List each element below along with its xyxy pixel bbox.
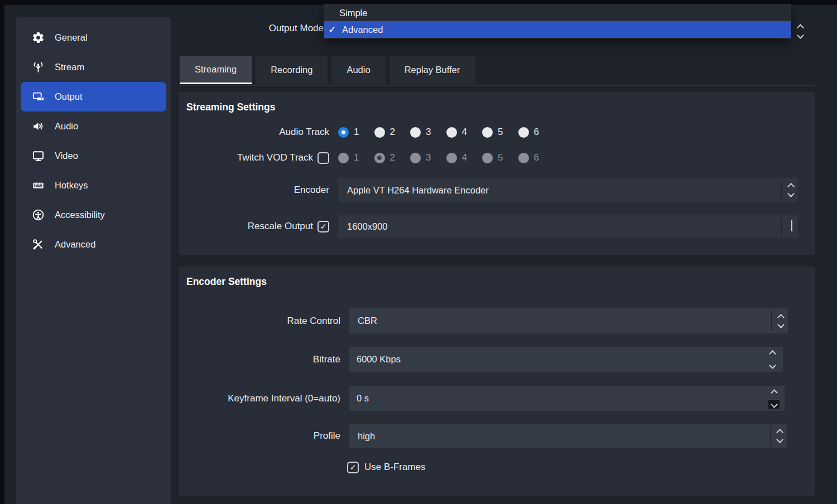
- check-icon: ✓: [320, 222, 327, 230]
- vod-track-radio-5: 5: [482, 152, 518, 163]
- radio-label: 6: [534, 127, 539, 138]
- radio-icon: [482, 153, 493, 163]
- keyframe-interval-value: 0 s: [357, 393, 369, 404]
- use-bframes-checkbox[interactable]: ✓: [347, 462, 359, 473]
- dropdown-separator: [781, 181, 782, 199]
- sidebar-item-label: Audio: [55, 121, 78, 132]
- sidebar-item-hotkeys[interactable]: Hotkeys: [21, 171, 166, 200]
- twitch-vod-checkbox[interactable]: [318, 152, 329, 164]
- stepper-arrows-icon: [777, 430, 782, 442]
- tabs-divider: [179, 85, 815, 86]
- tab-audio[interactable]: Audio: [331, 56, 385, 84]
- chevron-down-icon: [797, 32, 804, 39]
- vod-track-radio-4: 4: [446, 152, 483, 163]
- rescale-output-row: Rescale Output ✓ 1600x900: [186, 215, 815, 238]
- sidebar-item-accessibility[interactable]: Accessibility: [21, 200, 166, 230]
- twitch-vod-label-group: Twitch VOD Track: [186, 152, 329, 164]
- audio-track-radio-5[interactable]: 5: [482, 127, 518, 138]
- section-title: Streaming Settings: [186, 101, 815, 113]
- tab-label: Recording: [271, 65, 312, 75]
- radio-label: 1: [354, 152, 359, 163]
- sidebar-item-general[interactable]: General: [21, 23, 166, 52]
- use-bframes-label: Use B-Frames: [364, 462, 426, 473]
- check-icon: ✓: [350, 463, 357, 471]
- audio-track-radio-6[interactable]: 6: [518, 127, 555, 138]
- radio-icon: [338, 153, 349, 163]
- tab-streaming[interactable]: Streaming: [180, 56, 252, 84]
- rescale-resolution-value: 1600x900: [347, 221, 388, 232]
- window-frame-left: [0, 0, 4, 504]
- chevron-down-icon: [791, 220, 792, 230]
- radio-label: 3: [426, 152, 431, 163]
- dropdown-separator: [770, 427, 771, 445]
- output-mode-label: Output Mode: [167, 23, 324, 34]
- radio-icon: [374, 127, 385, 138]
- vod-track-radio-2: 2: [374, 152, 411, 163]
- rescale-label-group: Rescale Output ✓: [186, 221, 329, 232]
- radio-label: 4: [462, 152, 467, 163]
- radio-label: 2: [390, 127, 395, 138]
- radio-icon: [338, 127, 349, 138]
- audio-track-radio-group: 1 2 3 4 5 6: [338, 127, 554, 138]
- bitrate-label: Bitrate: [186, 354, 340, 365]
- spin-down-button[interactable]: [768, 400, 780, 409]
- tab-replay-buffer[interactable]: Replay Buffer: [389, 56, 475, 84]
- sidebar-item-stream[interactable]: Stream: [21, 52, 166, 82]
- radio-label: 6: [534, 152, 539, 163]
- vod-track-radio-6: 6: [518, 152, 555, 163]
- profile-dropdown[interactable]: high: [349, 424, 787, 448]
- encoder-dropdown[interactable]: Apple VT H264 Hardware Encoder: [338, 178, 798, 202]
- profile-value: high: [358, 431, 375, 442]
- output-tabs: Streaming Recording Audio Replay Buffer: [180, 56, 475, 84]
- monitor-icon: [31, 149, 45, 163]
- audio-track-radio-1[interactable]: 1: [338, 127, 374, 138]
- spin-up-button[interactable]: [768, 388, 780, 397]
- rescale-output-label: Rescale Output: [248, 221, 313, 232]
- sidebar-item-label: Stream: [55, 62, 84, 72]
- audio-track-radio-3[interactable]: 3: [410, 127, 446, 138]
- broadcast-icon: [31, 61, 45, 74]
- sidebar-item-audio[interactable]: Audio: [21, 112, 166, 141]
- audio-track-row: Audio Track 1 2 3 4 5: [186, 124, 815, 140]
- encoder-value: Apple VT H264 Hardware Encoder: [347, 185, 489, 196]
- radio-label: 5: [498, 152, 503, 163]
- audio-track-radio-2[interactable]: 2: [374, 127, 411, 138]
- sidebar-item-video[interactable]: Video: [21, 141, 166, 171]
- settings-sidebar: General Stream Output: [16, 17, 171, 504]
- rate-control-dropdown[interactable]: CBR: [349, 308, 788, 333]
- rate-control-value: CBR: [358, 316, 377, 326]
- spin-up-button[interactable]: [767, 349, 778, 358]
- tab-recording[interactable]: Recording: [256, 56, 328, 84]
- vod-track-radio-3: 3: [410, 152, 446, 163]
- vod-track-radio-1: 1: [338, 152, 374, 163]
- audio-track-radio-4[interactable]: 4: [446, 127, 483, 138]
- sidebar-item-advanced[interactable]: Advanced: [21, 230, 166, 259]
- rate-control-row: Rate Control CBR: [186, 308, 815, 333]
- profile-row: Profile high: [186, 424, 815, 448]
- radio-label: 1: [354, 127, 359, 138]
- encoder-settings-panel: Encoder Settings Rate Control CBR Bitrat…: [179, 266, 815, 496]
- radio-icon: [482, 127, 493, 138]
- rate-control-label: Rate Control: [186, 316, 340, 327]
- radio-icon: [410, 153, 421, 163]
- twitch-vod-label: Twitch VOD Track: [237, 152, 313, 163]
- bitrate-spinbox[interactable]: 6000 Kbps: [349, 347, 783, 372]
- stepper-arrows-icon: [788, 184, 793, 196]
- tab-label: Audio: [347, 65, 370, 75]
- gear-icon: [31, 31, 45, 45]
- sidebar-item-output[interactable]: Output: [21, 82, 166, 112]
- spin-down-button[interactable]: [767, 361, 778, 370]
- output-mode-dropdown-list: Simple ✓ Advanced: [324, 4, 791, 38]
- output-mode-option-simple[interactable]: Simple: [324, 4, 791, 21]
- keyboard-icon: [31, 179, 45, 192]
- radio-icon: [518, 127, 529, 138]
- rescale-resolution-dropdown[interactable]: 1600x900: [338, 215, 798, 238]
- bitrate-value: 6000 Kbps: [357, 354, 401, 365]
- output-mode-combobox-stepper[interactable]: [798, 25, 803, 38]
- twitch-vod-radio-group: 1 2 3 4 5 6: [338, 152, 554, 163]
- twitch-vod-track-row: Twitch VOD Track 1 2 3 4 5: [186, 150, 815, 166]
- rescale-output-checkbox[interactable]: ✓: [318, 221, 329, 232]
- encoder-label: Encoder: [186, 185, 329, 196]
- keyframe-interval-spinbox[interactable]: 0 s: [349, 386, 785, 411]
- output-mode-option-advanced[interactable]: ✓ Advanced: [324, 21, 791, 38]
